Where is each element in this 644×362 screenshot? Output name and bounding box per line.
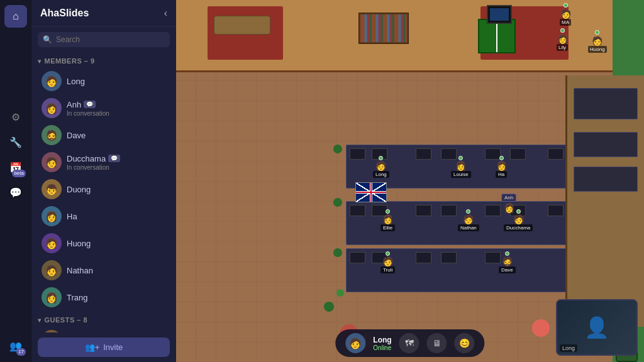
member-badge-ducchama: 💬	[108, 155, 120, 162]
emoji-button[interactable]: 😊	[455, 333, 475, 353]
member-name-duong: Duong	[67, 185, 91, 194]
char-louise-sprite: 👩	[455, 161, 466, 171]
avatar-long: 🧑	[42, 71, 62, 91]
member-item-nathan[interactable]: 🧑 Nathan	[35, 257, 172, 283]
right-room	[565, 75, 644, 327]
nav-calendar[interactable]: 📅 beta	[4, 156, 27, 178]
char-ellie-sprite: 👩	[382, 214, 393, 224]
nav-users[interactable]: 👥 17	[4, 334, 27, 357]
member-item-ha[interactable]: 👩 Ha	[35, 203, 172, 229]
monitor-6	[510, 148, 526, 160]
member-info-trang: Trang	[67, 293, 87, 302]
member-item-trang[interactable]: 👩 Trang	[35, 284, 172, 310]
char-nathan: 🧑 Nathan	[458, 209, 479, 231]
bottom-avatar: 🧑	[345, 333, 365, 353]
monitor-b4	[441, 252, 457, 263]
char-truli-dot	[386, 251, 390, 256]
video-background: 👤 Long	[557, 300, 636, 354]
char-ha-sprite: 👩	[496, 161, 507, 171]
nav-settings[interactable]: ⚙	[4, 106, 27, 128]
avatar-anh: 👩	[42, 98, 62, 118]
invite-label: Invite	[103, 343, 123, 352]
avatar-chloe: 👧	[42, 330, 62, 332]
char-dave-label: Dave	[499, 266, 516, 273]
map-icon: 🗺	[405, 338, 414, 348]
char-nathan-sprite: 🧑	[463, 214, 474, 224]
invite-icon: 👥+	[85, 343, 100, 352]
chat-icon: 💬	[9, 187, 22, 199]
users-count-badge: 17	[16, 348, 26, 356]
char-long-dot	[379, 156, 383, 160]
member-item-ducchama[interactable]: 🧑 Ducchama 💬 In conversation	[35, 149, 172, 175]
member-item-long[interactable]: 🧑 Long	[35, 68, 172, 94]
char-ducchama-dot	[516, 209, 521, 214]
monitor-b3	[416, 252, 431, 263]
char-dave-sprite: 🧔	[502, 256, 513, 266]
char-huong-top: 🧑 Huong	[588, 30, 607, 53]
member-item-dave[interactable]: 🧔 Dave	[35, 122, 172, 148]
tools-icon: 🔧	[9, 136, 22, 148]
sidebar-header: AhaSlides ‹	[31, 0, 176, 27]
member-name-ha: Ha	[67, 212, 77, 221]
video-person-icon: 👤	[584, 315, 609, 339]
invite-button[interactable]: 👥+ Invite	[38, 337, 170, 357]
member-item-chloe[interactable]: 👧 Chloe :D	[35, 327, 172, 332]
avatar-trang: 👩	[42, 287, 62, 307]
member-name-dave: Dave	[67, 131, 86, 140]
char-louise: 👩 Louise	[451, 156, 471, 178]
char-truli-label: Truli	[380, 266, 395, 273]
char-long-label: Long	[373, 171, 389, 178]
emoji-icon: 😊	[459, 338, 470, 348]
search-input[interactable]	[56, 35, 165, 44]
member-info-ha: Ha	[67, 212, 77, 221]
guests-count-label: GUESTS – 8	[45, 316, 88, 324]
beta-badge: beta	[12, 170, 26, 177]
nav-home[interactable]: ⌂	[4, 5, 27, 28]
tv-screen	[487, 5, 512, 24]
char-truli: 🧑 Truli	[380, 251, 395, 273]
video-username-label: Long	[560, 344, 577, 352]
members-chevron-icon: ▾	[38, 58, 42, 65]
member-item-anh[interactable]: 👩 Anh 💬 In conversation	[35, 95, 172, 121]
nav-chat[interactable]: 💬	[4, 181, 27, 204]
bottom-user-info: Long Online	[373, 336, 391, 351]
nav-tools[interactable]: 🔧	[4, 131, 27, 153]
avatar-duong: 👦	[42, 179, 62, 199]
map-button[interactable]: 🗺	[399, 333, 419, 353]
char-ha-label: Ha	[496, 171, 507, 178]
bookshelf	[358, 13, 409, 44]
guests-section-header[interactable]: ▾ GUESTS – 8	[31, 311, 176, 326]
member-item-duong[interactable]: 👦 Duong	[35, 176, 172, 202]
member-item-huong[interactable]: 🧑 Huong	[35, 230, 172, 256]
plant-4	[324, 302, 334, 312]
char-ma-label: MA	[560, 19, 571, 26]
right-room-desk-2	[574, 132, 638, 157]
member-name-anh: Anh	[67, 100, 81, 109]
game-area[interactable]: 🧑 MA 👩 Lily 🧑 Huong	[176, 0, 644, 362]
top-room: 🧑 MA 👩 Lily 🧑 Huong	[176, 0, 613, 72]
plant-5	[336, 289, 344, 297]
monitor-b1	[350, 252, 365, 263]
monitor-7	[548, 148, 564, 160]
uk-flag	[355, 182, 387, 202]
members-section-header[interactable]: ▾ MEMBERS – 9	[31, 52, 176, 67]
char-ellie: 👩 Ellie	[380, 209, 395, 231]
member-name-long: Long	[67, 77, 85, 86]
member-info-dave: Dave	[67, 131, 86, 140]
bottom-status-bar: 🧑 Long Online 🗺 🖥 😊	[335, 329, 484, 357]
member-badge-anh: 💬	[84, 101, 96, 108]
char-nathan-label: Nathan	[458, 224, 479, 231]
avatar-dave: 🧔	[42, 125, 62, 145]
flower-3	[532, 319, 550, 337]
screen-icon: 🖥	[433, 338, 441, 348]
video-tile: 👤 Long	[556, 299, 638, 356]
members-count-label: MEMBERS – 9	[45, 57, 95, 65]
avatar-ha: 👩	[42, 206, 62, 226]
monitor-m4	[441, 205, 457, 216]
screen-button[interactable]: 🖥	[427, 333, 447, 353]
char-louise-label: Louise	[451, 171, 471, 178]
sidebar-collapse-button[interactable]: ‹	[164, 8, 167, 19]
char-ducchama: 🧑 Ducchama	[504, 209, 533, 231]
char-ellie-label: Ellie	[380, 224, 395, 231]
right-room-desk-3	[574, 167, 638, 192]
